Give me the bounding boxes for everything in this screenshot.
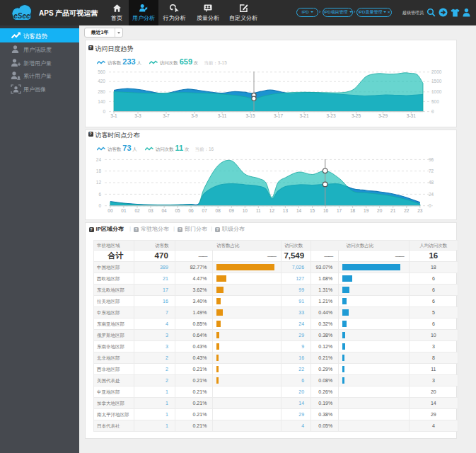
svg-text:03: 03 — [148, 208, 153, 213]
svg-text:3-11: 3-11 — [218, 113, 227, 118]
svg-text:21: 21 — [390, 208, 396, 213]
svg-text:560: 560 — [98, 69, 105, 74]
svg-text:18: 18 — [350, 208, 356, 213]
svg-text:12: 12 — [96, 180, 102, 185]
svg-text:0: 0 — [429, 203, 431, 208]
svg-text:3-1: 3-1 — [110, 113, 117, 118]
svg-text:500: 500 — [431, 99, 439, 104]
svg-text:1000: 1000 — [431, 89, 442, 94]
svg-text:0: 0 — [103, 109, 105, 114]
svg-text:280: 280 — [98, 89, 105, 94]
svg-text:20: 20 — [377, 208, 383, 213]
svg-text:3-3: 3-3 — [134, 113, 141, 118]
svg-text:140: 140 — [98, 99, 105, 104]
svg-text:eSee: eSee — [13, 12, 30, 20]
svg-text:420: 420 — [98, 79, 105, 84]
svg-text:3-15: 3-15 — [245, 113, 255, 118]
svg-text:3-21: 3-21 — [299, 113, 308, 118]
svg-text:23: 23 — [417, 208, 423, 213]
svg-text:72: 72 — [429, 168, 434, 173]
svg-text:3-23: 3-23 — [326, 113, 335, 118]
svg-text:3-7: 3-7 — [163, 113, 170, 118]
svg-text:15: 15 — [310, 208, 315, 213]
svg-text:22: 22 — [404, 208, 410, 213]
svg-text:14: 14 — [296, 208, 302, 213]
svg-text:09: 09 — [229, 208, 235, 213]
svg-text:0: 0 — [431, 109, 434, 114]
svg-text:3-17: 3-17 — [274, 113, 283, 118]
svg-text:07: 07 — [202, 208, 208, 213]
svg-text:12: 12 — [269, 208, 275, 213]
svg-text:01: 01 — [121, 208, 127, 213]
svg-text:6: 6 — [98, 192, 101, 197]
svg-text:3-25: 3-25 — [352, 113, 361, 118]
svg-text:11: 11 — [256, 208, 261, 213]
svg-text:48: 48 — [429, 180, 434, 185]
svg-text:10: 10 — [243, 208, 248, 213]
svg-text:00: 00 — [108, 208, 113, 213]
svg-text:3-29: 3-29 — [378, 113, 388, 118]
svg-text:18: 18 — [96, 168, 102, 173]
svg-text:24: 24 — [429, 192, 434, 197]
svg-text:2000: 2000 — [431, 69, 442, 74]
svg-text:24: 24 — [96, 157, 102, 162]
svg-text:3-9: 3-9 — [191, 113, 198, 118]
svg-text:1500: 1500 — [431, 79, 442, 84]
svg-text:19: 19 — [364, 208, 369, 213]
svg-text:05: 05 — [175, 208, 180, 213]
svg-text:04: 04 — [161, 208, 167, 213]
svg-text:16: 16 — [323, 208, 329, 213]
svg-text:0: 0 — [98, 203, 101, 208]
svg-text:02: 02 — [134, 208, 140, 213]
svg-text:13: 13 — [283, 208, 289, 213]
svg-text:08: 08 — [216, 208, 221, 213]
svg-text:17: 17 — [337, 208, 342, 213]
svg-text:96: 96 — [429, 157, 434, 162]
svg-text:06: 06 — [188, 208, 194, 213]
svg-text:3-31: 3-31 — [407, 113, 416, 118]
